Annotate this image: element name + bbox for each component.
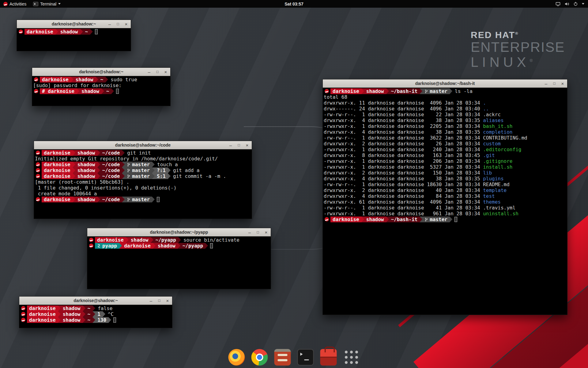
terminal-cursor xyxy=(95,29,98,34)
prompt-segment-user: darknoise xyxy=(24,29,55,35)
activities-label: Activities xyxy=(9,2,26,6)
output-text: total 68 xyxy=(324,94,347,100)
powerline-arrow xyxy=(83,317,85,323)
activities-button[interactable]: Activities xyxy=(0,0,30,8)
terminal-content[interactable]: darknoiseshadow~/codegit initInitialized… xyxy=(34,149,252,219)
window-title: darknoise@shadow:~ xyxy=(79,69,123,74)
terminal-line: -rwxrwxr-x. 1 darknoise darknoise 2205 J… xyxy=(324,123,567,129)
minimize-button[interactable]: – xyxy=(228,143,234,148)
close-button[interactable]: × xyxy=(263,230,269,235)
window-titlebar[interactable]: darknoise@shadow:~/bash-it–□× xyxy=(323,79,567,88)
terminal-icon xyxy=(297,349,314,366)
app-menu-terminal[interactable]: Terminal xyxy=(30,0,64,8)
prompt-segment-git: master xyxy=(125,162,152,167)
prompt-segment-user: darknoise xyxy=(27,311,58,317)
terminal-window-bash-it[interactable]: darknoise@shadow:~/bash-it–□×darknoisesh… xyxy=(322,79,567,315)
powerline-arrow xyxy=(83,305,85,311)
output-text: themes xyxy=(483,199,501,205)
dock-terminal[interactable] xyxy=(296,348,315,367)
terminal-content[interactable]: darknoiseshadow~/bash-itmasterls -latota… xyxy=(323,88,567,315)
terminal-line: darknoiseshadow~/bash-itmasterls -la xyxy=(324,88,567,94)
terminal-line: total 68 xyxy=(324,94,567,100)
powerline-arrow xyxy=(178,243,180,249)
powerline-arrow xyxy=(168,173,171,179)
redhat-icon xyxy=(34,77,38,82)
maximize-button[interactable]: □ xyxy=(236,143,242,147)
clock[interactable]: Sat 03:57 xyxy=(285,2,303,6)
window-titlebar[interactable]: darknoise@shadow:~/pyapp–□× xyxy=(87,228,271,236)
output-text: -rw-rw-r--. 1 darknoise darknoise 3622 J… xyxy=(324,135,483,141)
output-text: create mode 100644 a xyxy=(35,191,97,197)
minimize-button[interactable]: – xyxy=(107,22,113,26)
prompt-segment-path: ~/pyapp xyxy=(180,243,205,249)
maximize-button[interactable]: □ xyxy=(115,22,121,26)
redhat-icon xyxy=(36,197,40,201)
window-titlebar[interactable]: darknoise@shadow:~–□× xyxy=(17,20,131,28)
prompt-segment-path: ~ xyxy=(104,88,111,94)
window-titlebar[interactable]: darknoise@shadow:~–□× xyxy=(19,297,172,305)
output-text: -rw-rw-r--. 1 darknoise darknoise 41 Jan… xyxy=(324,205,483,211)
minimize-button[interactable]: – xyxy=(148,298,154,303)
window-controls: –□× xyxy=(148,297,171,305)
dock-firefox[interactable] xyxy=(227,348,246,367)
minimize-button[interactable]: – xyxy=(247,230,253,235)
output-text: drwxrwxr-x. 2 darknoise darknoise 40 Jan… xyxy=(324,187,483,193)
close-button[interactable]: × xyxy=(244,143,250,148)
terminal-line: Initialized empty Git repository in /hom… xyxy=(35,156,252,162)
dock-app-grid[interactable] xyxy=(342,348,361,367)
output-text: 1 file changed, 0 insertions(+), 0 delet… xyxy=(35,185,176,191)
minimize-button[interactable]: – xyxy=(146,70,152,74)
powerline-arrow xyxy=(97,173,100,179)
dock-toolbox[interactable] xyxy=(319,348,338,367)
prompt-segment-git: master xyxy=(125,197,152,202)
maximize-button[interactable]: □ xyxy=(551,82,557,85)
terminal-window-sudo[interactable]: darknoise@shadow:~–□×darknoiseshadow~sud… xyxy=(32,67,171,106)
system-status-area[interactable] xyxy=(556,0,588,8)
output-text: .travis.yml xyxy=(483,205,515,211)
terminal-window-pyapp[interactable]: darknoise@shadow:~/pyapp–□×darknoiseshad… xyxy=(87,228,271,289)
terminal-window-home-a[interactable]: darknoise@shadow:~–□×darknoiseshadow~ xyxy=(17,20,131,51)
prompt-segment-user: darknoise xyxy=(27,305,58,311)
command-text: ls -la xyxy=(452,88,473,94)
minimize-button[interactable]: – xyxy=(543,81,549,86)
output-text: drwxrwxr-x. 4 darknoise darknoise 38 Jan… xyxy=(324,117,483,123)
maximize-button[interactable]: □ xyxy=(154,70,160,74)
terminal-line: -rwxrwxr-x. 1 darknoise darknoise 961 Ja… xyxy=(324,211,567,217)
terminal-line: darknoiseshadow~/codemaster xyxy=(35,197,252,202)
window-titlebar[interactable]: darknoise@shadow:~–□× xyxy=(32,68,170,76)
window-controls: –□× xyxy=(543,79,566,87)
output-text: -rwxrwxr-x. 1 darknoise darknoise 5327 J… xyxy=(324,164,483,170)
terminal-content[interactable]: darknoiseshadow~falsedarknoiseshadow~1^C… xyxy=(19,305,172,328)
app-menu-label: Terminal xyxy=(40,2,56,6)
output-text: test xyxy=(483,193,495,199)
prompt-segment-host: shadow xyxy=(61,311,83,317)
window-title: darknoise@shadow:~ xyxy=(52,21,96,26)
terminal-window-exitcodes[interactable]: darknoise@shadow:~–□×darknoiseshadow~fal… xyxy=(19,296,172,328)
dock-files[interactable] xyxy=(273,348,292,367)
output-text: -rwxrwxr-x. 1 darknoise darknoise 240 Ja… xyxy=(324,147,483,152)
close-button[interactable]: × xyxy=(163,70,169,74)
output-text: CONTRIBUTING.md xyxy=(483,135,527,141)
terminal-cursor xyxy=(113,317,116,323)
terminal-line: darknoiseshadow~/bash-itmaster xyxy=(324,217,567,222)
terminal-line: drwx------. 24 darknoise darknoise 4096 … xyxy=(324,106,567,112)
output-text: uninstall.sh xyxy=(483,211,518,217)
terminal-content[interactable]: darknoiseshadow~sudo true[sudo] password… xyxy=(32,76,170,106)
redhat-icon xyxy=(21,306,25,310)
terminal-window-code[interactable]: darknoise@shadow:~/code–□×darknoiseshado… xyxy=(34,141,252,219)
command-text: sudo true xyxy=(108,77,137,82)
maximize-button[interactable]: □ xyxy=(156,299,162,302)
maximize-button[interactable]: □ xyxy=(255,230,261,234)
dock-chrome[interactable] xyxy=(250,348,269,367)
powerline-arrow xyxy=(122,150,125,156)
close-button[interactable]: × xyxy=(164,298,171,303)
close-button[interactable]: × xyxy=(123,22,129,26)
prompt-segment-path: ~/code xyxy=(100,173,122,179)
window-titlebar[interactable]: darknoise@shadow:~/code–□× xyxy=(34,141,252,149)
close-button[interactable]: × xyxy=(560,81,566,86)
prompt-segment-host: shadow xyxy=(74,77,96,82)
command-text: git add a xyxy=(171,167,200,173)
terminal-content[interactable]: darknoiseshadow~ xyxy=(17,28,131,51)
terminal-content[interactable]: darknoiseshadow~/pyappsource bin/activat… xyxy=(87,236,271,289)
prompt-segment-status: 130 xyxy=(95,317,108,323)
